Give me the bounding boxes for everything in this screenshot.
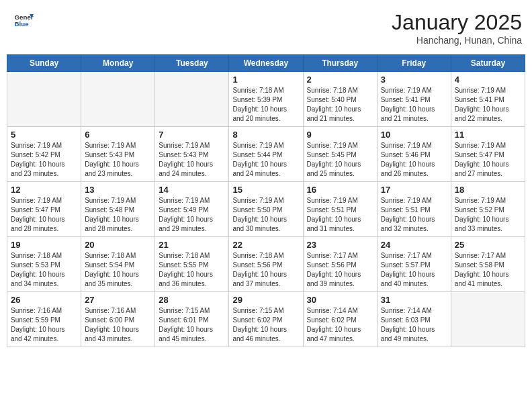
day-info: Sunrise: 7:19 AM Sunset: 5:41 PM Dayligh… — [455, 86, 521, 124]
day-info: Sunrise: 7:16 AM Sunset: 5:59 PM Dayligh… — [11, 306, 77, 344]
calendar-cell: 17Sunrise: 7:19 AM Sunset: 5:51 PM Dayli… — [377, 182, 451, 237]
calendar-cell: 11Sunrise: 7:19 AM Sunset: 5:47 PM Dayli… — [451, 127, 525, 182]
calendar-week-row: 1Sunrise: 7:18 AM Sunset: 5:39 PM Daylig… — [7, 72, 525, 127]
calendar-cell — [81, 72, 155, 127]
day-number: 21 — [159, 240, 225, 250]
calendar-cell: 28Sunrise: 7:15 AM Sunset: 6:01 PM Dayli… — [155, 292, 229, 347]
calendar-cell: 15Sunrise: 7:19 AM Sunset: 5:50 PM Dayli… — [229, 182, 303, 237]
day-number: 20 — [85, 240, 151, 250]
calendar-cell: 9Sunrise: 7:19 AM Sunset: 5:45 PM Daylig… — [303, 127, 377, 182]
day-number: 18 — [455, 185, 521, 195]
day-info: Sunrise: 7:18 AM Sunset: 5:55 PM Dayligh… — [159, 251, 225, 289]
day-number: 5 — [11, 130, 77, 140]
day-info: Sunrise: 7:19 AM Sunset: 5:41 PM Dayligh… — [381, 86, 447, 124]
calendar-cell: 14Sunrise: 7:19 AM Sunset: 5:49 PM Dayli… — [155, 182, 229, 237]
day-info: Sunrise: 7:15 AM Sunset: 6:01 PM Dayligh… — [159, 306, 225, 344]
day-of-week-header: Monday — [81, 55, 155, 72]
calendar-cell: 10Sunrise: 7:19 AM Sunset: 5:46 PM Dayli… — [377, 127, 451, 182]
day-number: 9 — [307, 130, 373, 140]
calendar-cell — [155, 72, 229, 127]
page-header: General Blue January 2025 Hanchang, Huna… — [7, 7, 525, 49]
calendar-cell: 4Sunrise: 7:19 AM Sunset: 5:41 PM Daylig… — [451, 72, 525, 127]
day-info: Sunrise: 7:19 AM Sunset: 5:52 PM Dayligh… — [455, 196, 521, 234]
day-of-week-header: Friday — [377, 55, 451, 72]
calendar-cell: 12Sunrise: 7:19 AM Sunset: 5:47 PM Dayli… — [7, 182, 81, 237]
day-info: Sunrise: 7:19 AM Sunset: 5:43 PM Dayligh… — [159, 141, 225, 179]
day-info: Sunrise: 7:19 AM Sunset: 5:48 PM Dayligh… — [85, 196, 151, 234]
day-number: 1 — [232, 75, 299, 85]
day-number: 6 — [85, 130, 151, 140]
day-number: 31 — [381, 295, 447, 305]
day-info: Sunrise: 7:19 AM Sunset: 5:42 PM Dayligh… — [11, 141, 77, 179]
calendar-week-row: 19Sunrise: 7:18 AM Sunset: 5:53 PM Dayli… — [7, 237, 525, 292]
calendar-cell: 6Sunrise: 7:19 AM Sunset: 5:43 PM Daylig… — [81, 127, 155, 182]
calendar-header-row: SundayMondayTuesdayWednesdayThursdayFrid… — [7, 55, 525, 72]
calendar-table: SundayMondayTuesdayWednesdayThursdayFrid… — [7, 54, 525, 347]
day-info: Sunrise: 7:19 AM Sunset: 5:47 PM Dayligh… — [11, 196, 77, 234]
day-info: Sunrise: 7:19 AM Sunset: 5:50 PM Dayligh… — [232, 196, 299, 234]
day-number: 19 — [11, 240, 77, 250]
day-info: Sunrise: 7:19 AM Sunset: 5:49 PM Dayligh… — [159, 196, 225, 234]
day-number: 23 — [307, 240, 373, 250]
day-info: Sunrise: 7:19 AM Sunset: 5:51 PM Dayligh… — [381, 196, 447, 234]
day-number: 25 — [455, 240, 521, 250]
day-number: 10 — [381, 130, 447, 140]
day-of-week-header: Sunday — [7, 55, 81, 72]
calendar-week-row: 26Sunrise: 7:16 AM Sunset: 5:59 PM Dayli… — [7, 292, 525, 347]
calendar-cell: 29Sunrise: 7:15 AM Sunset: 6:02 PM Dayli… — [229, 292, 303, 347]
calendar-cell: 2Sunrise: 7:18 AM Sunset: 5:40 PM Daylig… — [303, 72, 377, 127]
calendar-cell: 26Sunrise: 7:16 AM Sunset: 5:59 PM Dayli… — [7, 292, 81, 347]
calendar-cell — [7, 72, 81, 127]
calendar-cell: 18Sunrise: 7:19 AM Sunset: 5:52 PM Dayli… — [451, 182, 525, 237]
day-number: 14 — [159, 185, 225, 195]
title-block: January 2025 Hanchang, Hunan, China — [392, 10, 522, 46]
day-info: Sunrise: 7:18 AM Sunset: 5:53 PM Dayligh… — [11, 251, 77, 289]
calendar-cell: 25Sunrise: 7:17 AM Sunset: 5:58 PM Dayli… — [451, 237, 525, 292]
day-number: 16 — [307, 185, 373, 195]
day-number: 24 — [381, 240, 447, 250]
calendar-cell — [451, 292, 525, 347]
calendar-cell: 27Sunrise: 7:16 AM Sunset: 6:00 PM Dayli… — [81, 292, 155, 347]
day-of-week-header: Wednesday — [229, 55, 303, 72]
calendar-cell: 13Sunrise: 7:19 AM Sunset: 5:48 PM Dayli… — [81, 182, 155, 237]
calendar-cell: 31Sunrise: 7:14 AM Sunset: 6:03 PM Dayli… — [377, 292, 451, 347]
day-number: 7 — [159, 130, 225, 140]
calendar-cell: 5Sunrise: 7:19 AM Sunset: 5:42 PM Daylig… — [7, 127, 81, 182]
day-of-week-header: Tuesday — [155, 55, 229, 72]
day-number: 2 — [307, 75, 373, 85]
calendar-cell: 19Sunrise: 7:18 AM Sunset: 5:53 PM Dayli… — [7, 237, 81, 292]
day-number: 28 — [159, 295, 225, 305]
day-number: 3 — [381, 75, 447, 85]
calendar-cell: 1Sunrise: 7:18 AM Sunset: 5:39 PM Daylig… — [229, 72, 303, 127]
day-info: Sunrise: 7:17 AM Sunset: 5:58 PM Dayligh… — [455, 251, 521, 289]
day-info: Sunrise: 7:19 AM Sunset: 5:45 PM Dayligh… — [307, 141, 373, 179]
calendar-cell: 3Sunrise: 7:19 AM Sunset: 5:41 PM Daylig… — [377, 72, 451, 127]
day-info: Sunrise: 7:18 AM Sunset: 5:56 PM Dayligh… — [232, 251, 299, 289]
day-number: 15 — [232, 185, 299, 195]
day-info: Sunrise: 7:15 AM Sunset: 6:02 PM Dayligh… — [232, 306, 299, 344]
calendar-cell: 22Sunrise: 7:18 AM Sunset: 5:56 PM Dayli… — [229, 237, 303, 292]
calendar-week-row: 5Sunrise: 7:19 AM Sunset: 5:42 PM Daylig… — [7, 127, 525, 182]
day-info: Sunrise: 7:16 AM Sunset: 6:00 PM Dayligh… — [85, 306, 151, 344]
day-number: 22 — [232, 240, 299, 250]
svg-text:Blue: Blue — [15, 20, 30, 28]
calendar-cell: 7Sunrise: 7:19 AM Sunset: 5:43 PM Daylig… — [155, 127, 229, 182]
day-info: Sunrise: 7:17 AM Sunset: 5:56 PM Dayligh… — [307, 251, 373, 289]
day-number: 4 — [455, 75, 521, 85]
day-info: Sunrise: 7:19 AM Sunset: 5:43 PM Dayligh… — [85, 141, 151, 179]
calendar-cell: 21Sunrise: 7:18 AM Sunset: 5:55 PM Dayli… — [155, 237, 229, 292]
day-info: Sunrise: 7:18 AM Sunset: 5:39 PM Dayligh… — [232, 86, 299, 124]
calendar-cell: 20Sunrise: 7:18 AM Sunset: 5:54 PM Dayli… — [81, 237, 155, 292]
day-number: 11 — [455, 130, 521, 140]
day-info: Sunrise: 7:17 AM Sunset: 5:57 PM Dayligh… — [381, 251, 447, 289]
day-info: Sunrise: 7:18 AM Sunset: 5:40 PM Dayligh… — [307, 86, 373, 124]
calendar-cell: 24Sunrise: 7:17 AM Sunset: 5:57 PM Dayli… — [377, 237, 451, 292]
calendar-cell: 8Sunrise: 7:19 AM Sunset: 5:44 PM Daylig… — [229, 127, 303, 182]
day-number: 8 — [232, 130, 299, 140]
day-info: Sunrise: 7:19 AM Sunset: 5:47 PM Dayligh… — [455, 141, 521, 179]
day-info: Sunrise: 7:19 AM Sunset: 5:44 PM Dayligh… — [232, 141, 299, 179]
day-info: Sunrise: 7:14 AM Sunset: 6:02 PM Dayligh… — [307, 306, 373, 344]
calendar-week-row: 12Sunrise: 7:19 AM Sunset: 5:47 PM Dayli… — [7, 182, 525, 237]
day-number: 17 — [381, 185, 447, 195]
day-of-week-header: Saturday — [451, 55, 525, 72]
